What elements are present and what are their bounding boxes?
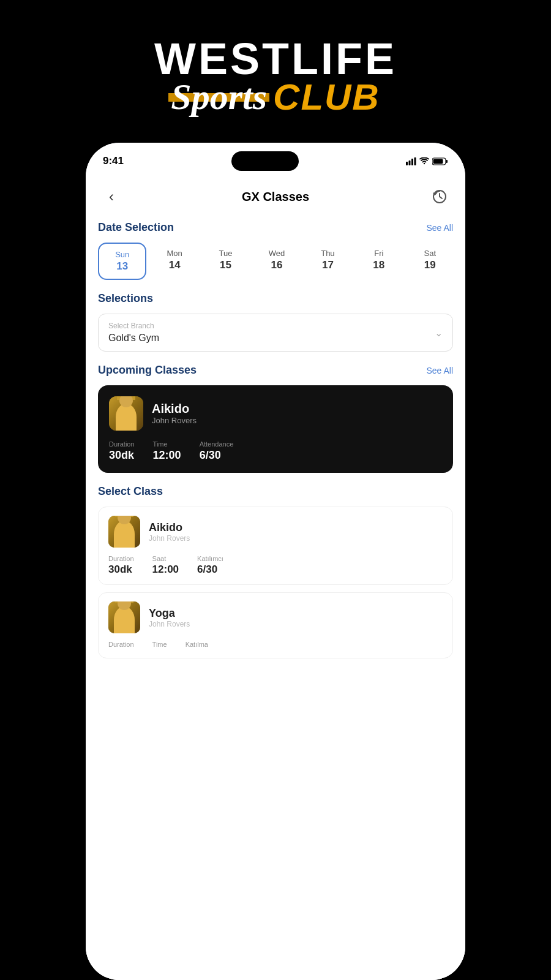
- branch-select[interactable]: Select Branch Gold's Gym ⌄: [98, 314, 453, 352]
- aikido-avatar-figure: [114, 521, 135, 548]
- svg-rect-6: [446, 160, 448, 163]
- upcoming-class-card[interactable]: Aikido John Rovers Duration 30dk Time 12…: [98, 385, 453, 473]
- date-day-num: 16: [271, 259, 283, 271]
- date-day-label: Tue: [219, 249, 233, 258]
- logo-sub: Sports CLUB: [154, 76, 397, 118]
- date-day-num: 13: [116, 260, 128, 273]
- class-list-avatar-aikido: [108, 516, 140, 548]
- yoga-duration-label: Duration: [108, 641, 134, 648]
- class-card-header: Aikido John Rovers: [109, 396, 442, 431]
- avatar-head: [119, 396, 133, 407]
- chevron-down-icon: ⌄: [435, 327, 443, 339]
- aikido-avatar-head: [118, 516, 131, 524]
- class-avatar: [109, 396, 143, 431]
- date-day-label: Sun: [115, 250, 129, 259]
- history-icon: [432, 189, 448, 205]
- date-day-label: Mon: [167, 249, 182, 258]
- yoga-avatar-figure: [114, 606, 135, 633]
- back-button[interactable]: ‹: [100, 186, 122, 208]
- date-item-wed16[interactable]: Wed 16: [253, 243, 299, 280]
- class-list-item-yoga[interactable]: Yoga John Rovers Duration Time Katılma: [98, 592, 453, 658]
- status-time: 9:41: [103, 155, 124, 167]
- upcoming-see-all[interactable]: See All: [426, 366, 453, 375]
- date-day-num: 19: [424, 259, 436, 271]
- branch-value: Gold's Gym: [108, 333, 443, 344]
- aikido-duration-label: Duration: [108, 555, 134, 562]
- date-item-sun13[interactable]: Sun 13: [98, 243, 146, 280]
- back-icon: ‹: [109, 188, 114, 205]
- svg-rect-0: [406, 162, 408, 165]
- duration-label: Duration: [109, 440, 135, 448]
- class-list-info-yoga: Yoga John Rovers: [149, 607, 190, 628]
- date-day-num: 17: [322, 259, 334, 271]
- date-day-num: 14: [169, 259, 181, 271]
- class-info: Aikido John Rovers: [152, 402, 197, 425]
- class-list-item-aikido[interactable]: Aikido John Rovers Duration 30dk Saat 12…: [98, 507, 453, 585]
- date-day-label: Thu: [321, 249, 334, 258]
- date-day-label: Sat: [424, 249, 436, 258]
- date-day-num: 15: [220, 259, 231, 271]
- scroll-content[interactable]: Date Selection See All Sun 13 Mon 14 Tue…: [86, 215, 465, 980]
- svg-rect-1: [409, 160, 411, 165]
- aikido-time: Saat 12:00: [152, 555, 179, 576]
- app-content: ‹ GX Classes Date Selection See All: [86, 176, 465, 980]
- svg-rect-2: [411, 159, 413, 165]
- class-instructor: John Rovers: [152, 416, 197, 425]
- yoga-avatar-head: [118, 601, 131, 610]
- time-value: 12:00: [153, 449, 181, 462]
- class-list-name-yoga: Yoga: [149, 607, 190, 620]
- date-section-title: Date Selection: [98, 221, 174, 234]
- yoga-attendance: Katılma: [186, 641, 208, 649]
- app-header: ‹ GX Classes: [86, 176, 465, 215]
- wifi-icon: [419, 157, 429, 165]
- date-selection-header: Date Selection See All: [98, 221, 453, 234]
- upcoming-title: Upcoming Classes: [98, 364, 197, 377]
- logo-area: WESTLIFE Sports CLUB: [154, 37, 397, 118]
- date-day-label: Fri: [374, 249, 383, 258]
- dynamic-island: [231, 151, 299, 171]
- yoga-time: Time: [152, 641, 167, 649]
- class-list-header-aikido: Aikido John Rovers: [108, 516, 443, 548]
- class-list-avatar-yoga: [108, 601, 140, 633]
- svg-rect-3: [414, 157, 416, 165]
- class-list-name-aikido: Aikido: [149, 521, 190, 534]
- logo-sports: Sports: [171, 76, 267, 118]
- class-name: Aikido: [152, 402, 197, 416]
- yoga-avatar-image: [108, 601, 140, 633]
- date-item-fri18[interactable]: Fri 18: [356, 243, 402, 280]
- page-title: GX Classes: [242, 190, 309, 204]
- aikido-avatar-image: [108, 516, 140, 548]
- aikido-duration-value: 30dk: [108, 564, 134, 576]
- avatar-figure: [116, 404, 137, 431]
- date-day-label: Wed: [269, 249, 285, 258]
- date-row: Sun 13 Mon 14 Tue 15 Wed 16 Thu 17: [98, 243, 453, 280]
- selections-title: Selections: [98, 292, 153, 305]
- yoga-time-label: Time: [152, 641, 167, 648]
- aikido-time-value: 12:00: [152, 564, 179, 576]
- class-list-instructor-aikido: John Rovers: [149, 534, 190, 543]
- svg-rect-5: [433, 159, 443, 164]
- select-class-title: Select Class: [98, 485, 163, 498]
- signal-icon: [406, 157, 416, 165]
- history-button[interactable]: [429, 186, 451, 208]
- time-item: Time 12:00: [153, 440, 181, 462]
- yoga-duration: Duration: [108, 641, 134, 649]
- date-item-sat19[interactable]: Sat 19: [407, 243, 453, 280]
- date-item-mon14[interactable]: Mon 14: [151, 243, 197, 280]
- aikido-attendance-label: Katılımcı: [197, 555, 223, 562]
- attendance-label: Attendance: [200, 440, 234, 448]
- phone-frame: 9:41: [86, 143, 465, 980]
- date-item-tue15[interactable]: Tue 15: [203, 243, 249, 280]
- aikido-attendance: Katılımcı 6/30: [197, 555, 223, 576]
- class-list-header-yoga: Yoga John Rovers: [108, 601, 443, 633]
- battery-icon: [432, 157, 448, 165]
- class-list-info-aikido: Aikido John Rovers: [149, 521, 190, 543]
- date-see-all[interactable]: See All: [426, 223, 453, 233]
- select-class-header: Select Class: [98, 485, 453, 498]
- class-list-instructor-yoga: John Rovers: [149, 620, 190, 628]
- aikido-details: Duration 30dk Saat 12:00 Katılımcı 6/30: [108, 555, 443, 576]
- date-item-thu17[interactable]: Thu 17: [305, 243, 351, 280]
- avatar-image: [109, 396, 143, 431]
- yoga-attendance-label: Katılma: [186, 641, 208, 648]
- duration-item: Duration 30dk: [109, 440, 135, 462]
